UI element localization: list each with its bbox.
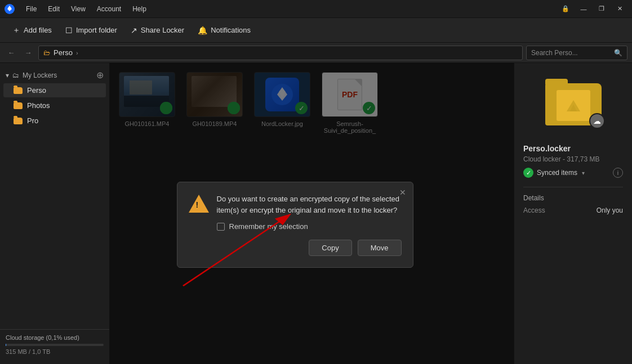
warning-icon: [189, 195, 209, 215]
info-icon[interactable]: i: [613, 168, 623, 178]
titlebar-left: File Edit View Account Help: [5, 4, 149, 14]
content-area: ✓ GH010161.MP4 ✓ GH010189.MP4: [110, 63, 514, 364]
sync-check-badge-1: ✓: [228, 102, 240, 114]
sidebar: ▾ 🗂 My Lockers ⊕ Perso Photos Pro Cloud …: [0, 63, 110, 364]
sidebar-header-left: ▾ 🗂 My Lockers: [6, 71, 57, 79]
pdf-icon: PDF: [335, 77, 366, 113]
pdf-corner: [355, 79, 362, 86]
nordlocker-app-icon: [265, 78, 299, 111]
titlebar-controls: 🔒 — ❐ ✕: [558, 3, 627, 15]
search-box[interactable]: Search Perso... 🔍: [526, 46, 627, 60]
titlebar-menu: File Edit View Account Help: [24, 4, 149, 14]
search-placeholder-text: Search Perso...: [531, 49, 578, 57]
sidebar-item-perso[interactable]: Perso: [3, 83, 106, 97]
minimize-button[interactable]: —: [576, 3, 591, 15]
menu-view[interactable]: View: [69, 4, 88, 14]
address-path: Perso: [54, 48, 73, 57]
storage-progress-bar: [6, 344, 104, 346]
synced-row: ✓ Synced items ▾ i: [523, 168, 623, 178]
sync-check-badge-0: ✓: [160, 102, 172, 114]
menu-file[interactable]: File: [24, 4, 39, 14]
address-folder-icon: 🗁: [43, 49, 50, 57]
lock-button[interactable]: 🔒: [558, 3, 573, 15]
close-button[interactable]: ✕: [612, 3, 627, 15]
details-title: Details: [523, 194, 623, 202]
sidebar-item-photos[interactable]: Photos: [3, 98, 106, 113]
dialog: ✕ Do you want to create an encrypted cop…: [177, 182, 413, 268]
sidebar-item-label: Pro: [27, 116, 38, 125]
app-logo: [5, 4, 15, 14]
sidebar-item-label: Photos: [27, 101, 50, 110]
menu-edit[interactable]: Edit: [46, 4, 62, 14]
warning-triangle: [189, 195, 209, 213]
menu-account[interactable]: Account: [95, 4, 123, 14]
file-item-0[interactable]: ✓ GH010161.MP4: [119, 72, 175, 134]
main-layout: ▾ 🗂 My Lockers ⊕ Perso Photos Pro Cloud …: [0, 63, 632, 364]
remember-selection-label: Remember my selection: [229, 222, 308, 231]
share-locker-button[interactable]: ↗ Share Locker: [125, 23, 190, 38]
move-button[interactable]: Move: [358, 240, 402, 256]
back-button[interactable]: ←: [5, 46, 18, 60]
locker-folder-inner: [557, 90, 590, 121]
dialog-checkbox-row: Remember my selection: [217, 222, 402, 231]
notifications-label: Notifications: [211, 26, 251, 34]
file-name-0: GH010161.MP4: [125, 120, 170, 127]
locker-folder-icon: ☁: [545, 83, 602, 128]
import-folder-icon: ☐: [65, 26, 73, 35]
file-thumbnail-1: ✓: [186, 72, 243, 117]
cloud-badge: ☁: [589, 113, 605, 129]
addressbar: ← → 🗁 Perso › Search Perso... 🔍: [0, 43, 632, 63]
details-access-row: Access Only you: [523, 206, 623, 214]
sidebar-expand-icon[interactable]: ▾: [6, 71, 9, 79]
titlebar: File Edit View Account Help 🔒 — ❐ ✕: [0, 0, 632, 18]
right-panel: ☁ Perso.locker Cloud locker - 317,73 MB …: [514, 63, 632, 364]
maximize-button[interactable]: ❐: [594, 3, 609, 15]
add-locker-icon[interactable]: ⊕: [96, 70, 104, 80]
synced-check-icon: ✓: [523, 168, 533, 178]
details-section: Details Access Only you: [523, 187, 623, 214]
storage-text: 315 MB / 1,0 TB: [6, 348, 104, 355]
sidebar-bottom: Cloud storage (0,1% used) 315 MB / 1,0 T…: [0, 329, 109, 359]
file-name-1: GH010189.MP4: [193, 120, 237, 127]
folder-icon: [14, 87, 23, 94]
remember-selection-checkbox[interactable]: [217, 223, 225, 231]
import-folder-label: Import folder: [76, 26, 117, 34]
copy-button[interactable]: Copy: [309, 240, 351, 256]
toolbar: ＋ Add files ☐ Import folder ↗ Share Lock…: [0, 18, 632, 43]
import-folder-button[interactable]: ☐ Import folder: [60, 23, 123, 38]
folder-icon: [14, 102, 23, 109]
sync-check-badge-2: ✓: [295, 102, 308, 114]
access-label: Access: [523, 206, 545, 214]
dialog-close-button[interactable]: ✕: [399, 188, 406, 197]
address-chevron-icon: ›: [76, 50, 78, 56]
my-lockers-label: My Lockers: [23, 71, 57, 79]
sidebar-item-pro[interactable]: Pro: [3, 114, 106, 128]
menu-help[interactable]: Help: [130, 4, 149, 14]
dialog-body: Do you want to create an encrypted copy …: [189, 194, 402, 256]
dialog-buttons: Copy Move: [217, 240, 402, 256]
sidebar-header: ▾ 🗂 My Lockers ⊕: [0, 68, 109, 83]
file-item-3[interactable]: PDF ✓ Semrush-Suivi_de_position_: [322, 72, 378, 134]
dialog-question: Do you want to create an encrypted copy …: [217, 194, 402, 215]
file-thumbnail-0: ✓: [119, 72, 175, 117]
file-name-2: NordLocker.jpg: [261, 120, 303, 127]
notifications-button[interactable]: 🔔 Notifications: [192, 23, 256, 38]
forward-button[interactable]: →: [21, 46, 35, 60]
sidebar-item-label: Perso: [27, 86, 46, 95]
file-name-3: Semrush-Suivi_de_position_: [324, 120, 376, 134]
share-icon: ↗: [131, 26, 137, 35]
synced-chevron-icon[interactable]: ▾: [582, 170, 585, 176]
pdf-label: PDF: [342, 90, 358, 99]
sidebar-folder-icon: 🗂: [12, 71, 19, 79]
share-locker-label: Share Locker: [141, 26, 184, 34]
cloud-storage-label: Cloud storage (0,1% used): [6, 334, 104, 341]
add-files-button[interactable]: ＋ Add files: [7, 22, 57, 39]
search-icon: 🔍: [614, 49, 622, 57]
dialog-text: Do you want to create an encrypted copy …: [217, 194, 402, 256]
add-files-label: Add files: [24, 26, 52, 34]
file-item-2[interactable]: ✓ NordLocker.jpg: [254, 72, 310, 134]
address-box[interactable]: 🗁 Perso ›: [38, 46, 523, 60]
locker-folder-body: ☁: [545, 83, 602, 125]
file-item-1[interactable]: ✓ GH010189.MP4: [186, 72, 243, 134]
file-thumbnail-2: ✓: [254, 72, 310, 117]
